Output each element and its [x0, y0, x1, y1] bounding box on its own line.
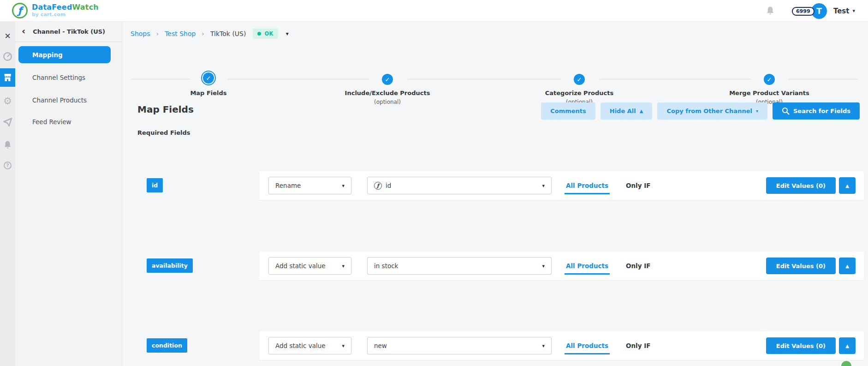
step-map-fields-check-icon[interactable]: ✓ [203, 72, 214, 84]
search-for-fields-button[interactable]: Search for Fields [773, 102, 860, 120]
strategy-select[interactable]: Add static value▾ [268, 337, 351, 354]
progress-stepper: ✓ ✓ ✓ ✓ Map Fields Include/Exclude Produ… [122, 46, 868, 108]
caret-up-icon: ▲ [845, 183, 849, 188]
tab-only-if[interactable]: Only IF [626, 262, 650, 270]
breadcrumb: Shops › Test Shop › TikTok (US) OK ▾ [131, 28, 289, 40]
account-avatar-group[interactable]: 6999 T [792, 3, 827, 19]
brand-logo[interactable]: ƒ DataFeedWatch by cart.com [0, 3, 99, 18]
copy-from-other-channel-button[interactable]: Copy from Other Channel▾ [657, 102, 767, 120]
channel-sidebar: ‹ Channel - TikTok (US) Mapping Channel … [15, 22, 122, 366]
chevron-down-icon: ▾ [852, 8, 855, 14]
caret-down-icon: ▾ [542, 183, 545, 189]
breadcrumb-separator-icon: › [156, 30, 159, 37]
mapping-row-card: Rename▾ ƒ id▾ All Products Only IF Edit … [259, 171, 864, 200]
mapping-row-id: id Rename▾ ƒ id▾ All Products Only IF Ed… [122, 171, 868, 200]
step-include-exclude-check-icon[interactable]: ✓ [382, 74, 393, 85]
tab-only-if[interactable]: Only IF [626, 342, 650, 349]
sidebar-item-channel-products[interactable]: Channel Products [32, 96, 87, 104]
stepper-line [228, 79, 369, 79]
caret-down-icon: ▾ [342, 343, 345, 349]
step-label-merge-variants[interactable]: Merge Product Variants [700, 90, 838, 96]
edit-values-button[interactable]: Edit Values (0) [766, 177, 836, 194]
step-merge-variants-check-icon[interactable]: ✓ [764, 74, 775, 85]
field-chip: condition [147, 338, 187, 353]
paper-plane-icon [3, 118, 12, 127]
top-bar: ƒ DataFeedWatch by cart.com 6999 T Test … [0, 0, 868, 22]
step-note-optional: (optional) [318, 99, 457, 105]
brand-tagline: by cart.com [32, 12, 99, 18]
page-title: Map Fields [137, 104, 194, 115]
dfw-field-icon: ƒ [374, 182, 382, 190]
collapse-row-button[interactable]: ▲ [839, 177, 856, 194]
step-categorize-check-icon[interactable]: ✓ [574, 74, 585, 85]
mapping-row-card: Add static value▾ in stock▾ All Products… [259, 252, 864, 280]
bell-icon [3, 140, 12, 150]
account-name: Test [833, 7, 850, 15]
sidebar-item-feed-review[interactable]: Feed Review [32, 118, 71, 126]
caret-up-icon: ▲ [845, 343, 849, 348]
caret-down-icon: ▾ [342, 183, 345, 189]
step-label-categorize[interactable]: Categorize Products [510, 90, 648, 96]
field-chip: id [147, 178, 163, 192]
topbar-right-cluster: 6999 T Test ▾ [765, 0, 855, 22]
rail-shops-button[interactable] [0, 68, 15, 87]
step-label-include-exclude[interactable]: Include/Exclude Products [318, 90, 457, 96]
close-panel-button[interactable]: ✕ [0, 28, 15, 44]
mapping-row-condition: condition Add static value▾ new▾ All Pro… [122, 331, 868, 360]
strategy-select[interactable]: Add static value▾ [268, 257, 351, 275]
channel-dropdown-caret-icon[interactable]: ▾ [286, 30, 289, 37]
tab-all-products[interactable]: All Products [566, 182, 608, 189]
back-chevron-icon[interactable]: ‹ [22, 26, 25, 36]
collapse-row-button[interactable]: ▲ [839, 258, 856, 274]
rail-settings-button[interactable]: ⚙ [0, 93, 15, 109]
caret-down-icon: ▾ [756, 108, 758, 114]
value-select[interactable]: in stock▾ [367, 257, 552, 275]
mapping-row-card: Add static value▾ new▾ All Products Only… [259, 331, 864, 360]
value-select[interactable]: ƒ id▾ [367, 177, 552, 194]
tab-all-products[interactable]: All Products [566, 262, 608, 270]
account-menu[interactable]: Test ▾ [833, 7, 855, 15]
breadcrumb-test-shop[interactable]: Test Shop [165, 30, 196, 37]
hide-all-button[interactable]: Hide All▲ [600, 102, 653, 120]
comments-button[interactable]: Comments [541, 102, 595, 120]
tab-all-products[interactable]: All Products [566, 342, 608, 349]
status-dot-icon [257, 32, 261, 36]
caret-up-icon: ▲ [640, 108, 643, 114]
required-fields-label: Required Fields [137, 129, 190, 136]
edit-values-button[interactable]: Edit Values (0) [766, 337, 836, 354]
caret-down-icon: ▾ [542, 263, 545, 269]
brand-name: DataFeedWatch [32, 4, 99, 12]
collapse-row-button[interactable]: ▲ [839, 337, 856, 354]
breadcrumb-channel: TikTok (US) [210, 30, 246, 37]
edit-values-button[interactable]: Edit Values (0) [766, 258, 836, 274]
value-select[interactable]: new▾ [367, 337, 552, 354]
question-icon: ? [4, 162, 12, 169]
tab-only-if[interactable]: Only IF [626, 182, 650, 189]
icon-rail: ✕ ⚙ ? [0, 22, 15, 366]
datafeedwatch-logo-icon: ƒ [12, 3, 28, 18]
caret-down-icon: ▾ [342, 263, 345, 269]
search-icon [782, 107, 790, 115]
breadcrumb-shops[interactable]: Shops [131, 30, 150, 37]
datafeedwatch-app: ƒ DataFeedWatch by cart.com 6999 T Test … [0, 0, 868, 366]
rail-notifications-button[interactable] [0, 137, 15, 153]
step-label-map-fields[interactable]: Map Fields [139, 90, 278, 96]
field-chip: availability [147, 258, 193, 273]
stepper-line [789, 79, 858, 79]
gear-icon: ⚙ [3, 96, 12, 106]
main-content: Shops › Test Shop › TikTok (US) OK ▾ ✓ ✓… [122, 22, 868, 366]
sidebar-title: Channel - TikTok (US) [33, 28, 105, 35]
strategy-select[interactable]: Rename▾ [268, 177, 351, 194]
store-icon [3, 73, 12, 82]
sidebar-item-channel-settings[interactable]: Channel Settings [32, 74, 85, 81]
gauge-icon [3, 52, 12, 61]
mapping-toolbar: Comments Hide All▲ Copy from Other Chann… [541, 102, 860, 120]
rail-dashboard-button[interactable] [0, 48, 15, 64]
sidebar-item-mapping[interactable]: Mapping [18, 46, 111, 63]
caret-down-icon: ▾ [542, 343, 545, 349]
rail-send-button[interactable] [0, 114, 15, 130]
notifications-bell-icon[interactable] [765, 6, 775, 16]
channel-status-badge: OK [253, 29, 278, 39]
mapping-row-availability: availability Add static value▾ in stock▾… [122, 252, 868, 280]
rail-help-button[interactable]: ? [0, 157, 15, 173]
